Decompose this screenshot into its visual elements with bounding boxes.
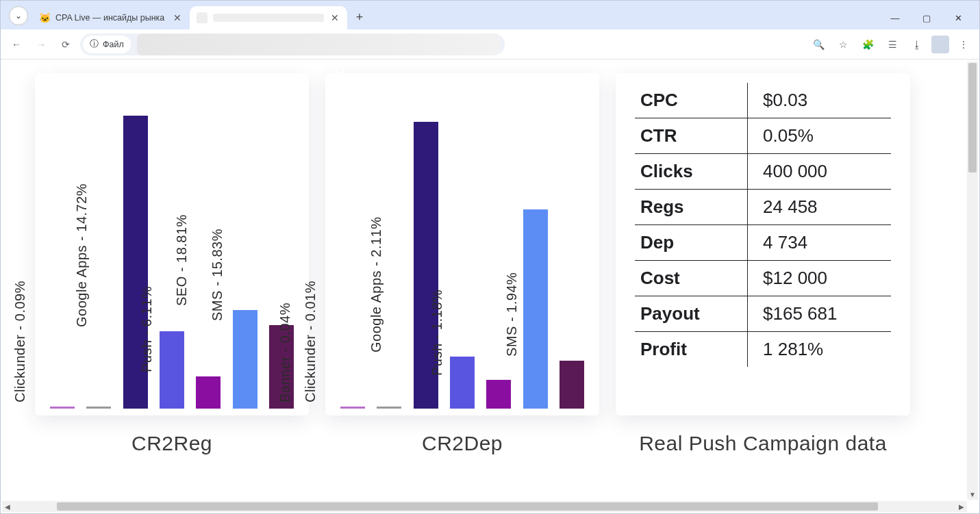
bar-rect: SEO - 8.13% [523, 209, 548, 409]
table-row: Clicks400 000 [635, 154, 891, 190]
stat-value: 4 734 [748, 225, 891, 261]
info-icon: ⓘ [90, 38, 99, 50]
bar-label: SMS - 1.94% [504, 272, 520, 361]
window-controls: ― ▢ ✕ [879, 6, 974, 29]
bar-label: Facebook Target - 11.70% [331, 60, 347, 126]
profile-avatar[interactable] [931, 36, 949, 53]
table-row: Payout$165 681 [635, 296, 891, 332]
scroll-right-icon[interactable]: ▶ [956, 501, 967, 512]
bar-label: Banner - 0.17% [1, 303, 3, 407]
zoom-button[interactable]: 🔍 [808, 34, 829, 55]
tab2-close-button[interactable]: ✕ [329, 12, 340, 23]
kebab-menu-button[interactable]: ⋮ [953, 34, 974, 55]
bar-seo: SEO - 8.13% [523, 86, 548, 409]
cr2dep-plot: Banner - 0.04%Clickunder - 0.01%Facebook… [338, 86, 587, 409]
bookmark-button[interactable]: ☆ [833, 34, 853, 55]
campaign-stats-table: CPC$0.03CTR0.05%Clicks400 000Regs24 458D… [635, 83, 891, 367]
window-minimize-button[interactable]: ― [879, 6, 911, 29]
address-bar[interactable]: ⓘ Файл [80, 34, 505, 55]
cr2reg-card: Banner - 0.17%Clickunder - 0.09%Facebook… [35, 73, 309, 415]
nav-reload-button[interactable]: ⟳ [55, 34, 76, 55]
side-panel-button[interactable]: ☰ [882, 34, 903, 55]
bar-rect: Push - 1.18% [486, 380, 511, 409]
table-row: Profit1 281% [635, 332, 891, 368]
stat-key: CPC [635, 83, 748, 118]
stat-value: $12 000 [748, 261, 891, 296]
downloads-button[interactable]: ⭳ [907, 34, 927, 55]
bar-label: Push - 6.11% [140, 286, 155, 376]
table-row: Dep4 734 [635, 225, 891, 261]
bar-rect: Banner - 0.04% [340, 407, 365, 409]
table-row: CTR0.05% [635, 118, 891, 154]
stat-key: CTR [635, 118, 748, 154]
bar-label: Clickunder - 0.01% [303, 281, 318, 407]
bar-label: SEO - 8.13% [483, 126, 499, 214]
scroll-down-icon[interactable]: ▼ [967, 489, 978, 500]
cr2reg-plot: Banner - 0.17%Clickunder - 0.09%Facebook… [47, 86, 297, 409]
window-maximize-button[interactable]: ▢ [911, 6, 942, 29]
browser-tab-2[interactable]: ✕ [190, 6, 347, 29]
bar-rect: Banner - 0.17% [50, 407, 75, 409]
new-tab-button[interactable]: + [350, 8, 369, 27]
bar-banner: Banner - 0.17% [50, 86, 75, 409]
omnibox-origin-label: Файл [103, 40, 124, 49]
tab1-title: CPA Live — инсайды рынка [55, 13, 166, 23]
bar-label: Google Apps - 14.72% [74, 183, 90, 331]
omnibox-url[interactable] [137, 34, 500, 55]
nav-forward-button[interactable]: → [31, 34, 51, 55]
table-row: Cost$12 000 [635, 261, 891, 296]
page-content: Banner - 0.17%Clickunder - 0.09%Facebook… [1, 60, 967, 501]
bar-clickunder: Clickunder - 0.09% [86, 86, 111, 409]
stat-value: $0.03 [748, 83, 891, 118]
nav-back-button[interactable]: ← [6, 34, 27, 55]
stat-value: $165 681 [748, 296, 891, 332]
bar-google-apps: Google Apps - 2.11% [450, 86, 475, 409]
cr2dep-card: Banner - 0.04%Clickunder - 0.01%Facebook… [325, 73, 599, 415]
bar-label: SMS - 15.83% [210, 229, 225, 325]
extensions-button[interactable]: 🧩 [857, 34, 878, 55]
vertical-scrollbar[interactable]: ▲ ▼ [967, 62, 978, 500]
bar-rect: SEO - 18.81% [233, 310, 257, 409]
window-close-button[interactable]: ✕ [942, 6, 974, 29]
bar-banner: Banner - 0.04% [340, 86, 365, 409]
bar-label: Facebook Target - 55.76% [41, 60, 57, 120]
cr2dep-caption: CR2Dep [325, 432, 599, 455]
stat-key: Clicks [635, 154, 748, 190]
campaign-table-card: CPC$0.03CTR0.05%Clicks400 000Regs24 458D… [616, 73, 910, 415]
bar-seo: SEO - 18.81% [233, 86, 257, 409]
stat-value: 400 000 [748, 154, 891, 190]
vertical-scroll-thumb[interactable] [968, 63, 977, 172]
bar-rect: Google Apps - 14.72% [160, 331, 184, 409]
bar-rect: Clickunder - 0.09% [86, 407, 111, 409]
tab-strip: ⌄ 🐱 CPA Live — инсайды рынка ✕ ✕ + ― ▢ ✕ [1, 1, 979, 29]
stat-key: Regs [635, 190, 748, 225]
bar-rect: Clickunder - 0.01% [377, 407, 401, 409]
tab1-favicon-icon: 🐱 [39, 12, 50, 23]
table-caption: Real Push Campaign data [616, 432, 910, 455]
table-row: Regs24 458 [635, 190, 891, 225]
chevron-down-icon: ⌄ [15, 11, 22, 21]
page-viewport: Banner - 0.17%Clickunder - 0.09%Facebook… [1, 60, 979, 513]
stat-key: Dep [635, 225, 748, 261]
stat-value: 1 281% [748, 332, 891, 368]
cr2reg-caption: CR2Reg [35, 432, 309, 455]
table-row: CPC$0.03 [635, 83, 891, 118]
omnibox-origin-chip[interactable]: ⓘ Файл [83, 36, 131, 53]
horizontal-scrollbar[interactable]: ◀ ▶ [2, 501, 967, 512]
bar-label: Banner - 0.04% [277, 303, 293, 407]
scroll-left-icon[interactable]: ◀ [2, 501, 13, 512]
bar-label: Clickunder - 0.09% [12, 281, 28, 407]
tab1-close-button[interactable]: ✕ [172, 12, 183, 23]
stat-value: 0.05% [748, 118, 891, 154]
tab-search-button[interactable]: ⌄ [9, 6, 28, 25]
horizontal-scroll-thumb[interactable] [57, 502, 878, 511]
bar-rect: Google Apps - 2.11% [450, 357, 475, 409]
browser-toolbar: ← → ⟳ ⓘ Файл 🔍 ☆ 🧩 ☰ ⭳ ⋮ [1, 29, 979, 60]
browser-tab-1[interactable]: 🐱 CPA Live — инсайды рынка ✕ [32, 6, 190, 29]
bar-label: Google Apps - 2.11% [368, 216, 384, 357]
bar-label: Push - 1.18% [430, 290, 446, 380]
bar-rect: Push - 6.11% [196, 376, 221, 409]
stat-key: Payout [635, 296, 748, 332]
browser-window: ⌄ 🐱 CPA Live — инсайды рынка ✕ ✕ + ― ▢ ✕… [0, 0, 980, 514]
tab2-favicon-icon [197, 12, 208, 23]
